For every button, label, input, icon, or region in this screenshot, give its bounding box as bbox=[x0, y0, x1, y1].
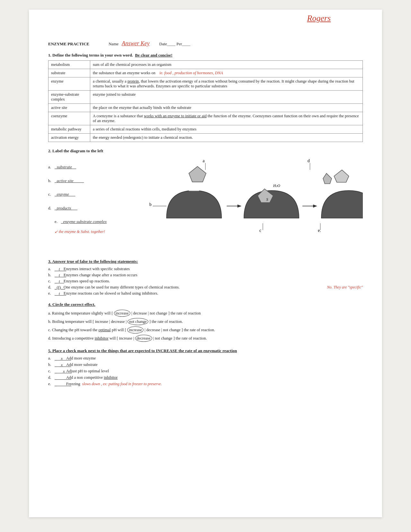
circled-increase-c: increase bbox=[127, 326, 144, 333]
vocab-row-5: coenzymeA coenzyme is a substance that w… bbox=[48, 112, 363, 125]
top-name: Rogers bbox=[307, 13, 331, 23]
enzyme-diagram: a d b c e. bbox=[128, 156, 363, 253]
vocab-term: active site bbox=[48, 104, 90, 112]
tf-item-e: e. __t___ Enzyme reactions can be slowed… bbox=[48, 291, 363, 296]
vocab-definition: the substance that an enzyme works on ie… bbox=[90, 69, 363, 77]
vocab-term: substrate bbox=[48, 69, 90, 77]
section-4: 4. Circle the correct effect. a. Raising… bbox=[48, 302, 363, 342]
svg-text:e.: e. bbox=[318, 228, 321, 233]
diagram-area: a d b c e. bbox=[128, 156, 363, 253]
effect-row-c: c. Changing the pH toward the optimal pH… bbox=[48, 326, 363, 333]
diagram-labels: a. _substrate__ b. _active site_____ c. … bbox=[48, 156, 119, 253]
check-e-note: slows down , ex: putting food in freezer… bbox=[82, 382, 162, 386]
label-e: e. _enzyme substrate complex ↙ the enzym… bbox=[48, 217, 119, 236]
vocab-term: metabolic pathway bbox=[48, 125, 90, 134]
vocab-term: activation energy bbox=[48, 134, 90, 142]
vocab-row-3: enzyme-substrate complexenzyme joined to… bbox=[48, 91, 363, 104]
header: ENZYME PRACTICE Name Answer Key Date____… bbox=[48, 40, 363, 47]
tf-d-note: No. They are "specific" bbox=[327, 285, 363, 290]
section-5: 5. Place a check mark next to the things… bbox=[48, 348, 363, 387]
check-c: c. ____x___ Adjust pH to optimal level bbox=[48, 369, 363, 374]
vocab-definition: the place on the enzyme that actually bi… bbox=[90, 104, 363, 112]
section-5-title: 5. Place a check mark next to the things… bbox=[48, 348, 363, 353]
diagram-section: a. _substrate__ b. _active site_____ c. … bbox=[48, 156, 363, 253]
vocab-row-7: activation energythe energy needed (ende… bbox=[48, 134, 363, 142]
circled-notchange-b: not change bbox=[127, 318, 148, 325]
circled-decrease-d: decrease bbox=[135, 335, 152, 342]
check-e: e. ________ Freezing slows down , ex: pu… bbox=[48, 382, 363, 387]
svg-text:c: c bbox=[259, 228, 261, 233]
check-d: d. ________ Add a non competitive inhibi… bbox=[48, 375, 363, 380]
vocab-row-0: metabolismsum of all the chemical proces… bbox=[48, 61, 363, 69]
date-per: Date____ Per____ bbox=[159, 41, 190, 47]
vocab-term: metabolism bbox=[48, 61, 90, 69]
tf-item-d: d. _(f)__ One enzyme can be used for man… bbox=[48, 285, 363, 290]
circled-increase-a: increase bbox=[114, 310, 130, 317]
vocab-definition: the energy needed (endergonic) to initia… bbox=[90, 134, 363, 142]
label-a: a. _substrate__ bbox=[48, 163, 119, 172]
effect-row-a: a. Raising the temperature slightly will… bbox=[48, 310, 363, 317]
vocab-definition: a series of chemical reactions within ce… bbox=[90, 125, 363, 134]
label-c: c. _enzyme___ bbox=[48, 190, 119, 199]
svg-text:H₂O: H₂O bbox=[273, 184, 280, 188]
vocab-term: enzyme-substrate complex bbox=[48, 91, 90, 104]
section-4-title: 4. Circle the correct effect. bbox=[48, 302, 363, 307]
section-1: 1. Define the following terms in your ow… bbox=[48, 53, 363, 142]
effect-row-d: d. Introducing a competitive inhibitor w… bbox=[48, 335, 363, 342]
effect-row-b: b. Boiling temperature will [ increase |… bbox=[48, 318, 363, 325]
section-2: 2. Label the diagram to the left a. _sub… bbox=[48, 148, 363, 253]
svg-text:a: a bbox=[203, 158, 205, 163]
label-e-note: ↙ the enzyme & Subst. together! bbox=[55, 229, 105, 234]
vocab-row-2: enzymea chemical, usually a protein, tha… bbox=[48, 77, 363, 91]
tf-item-b: b. __t___ Enzymes change shape after a r… bbox=[48, 273, 363, 278]
vocab-row-1: substratethe substance that an enzyme wo… bbox=[48, 69, 363, 77]
vocab-definition: enzyme joined to substrate bbox=[90, 91, 363, 104]
vocab-row-6: metabolic pathwaya series of chemical re… bbox=[48, 125, 363, 134]
vocab-definition: sum of all the chemical processes in an … bbox=[90, 61, 363, 69]
vocab-table: metabolismsum of all the chemical proces… bbox=[48, 60, 363, 142]
check-b: b. ___x____ Add more substrate bbox=[48, 362, 363, 368]
tf-item-a: a. __t___ Enzymes interact with specific… bbox=[48, 267, 363, 272]
label-b: b. _active site_____ bbox=[48, 176, 119, 186]
svg-text:b: b bbox=[149, 202, 152, 207]
vocab-definition: A coenzyme is a substance that works wit… bbox=[90, 112, 363, 125]
svg-marker-16 bbox=[323, 173, 332, 184]
vocab-term: coenzyme bbox=[48, 112, 90, 125]
name-value: Answer Key bbox=[122, 40, 149, 47]
check-a: a. ___x____ Add more enzyme bbox=[48, 356, 363, 361]
svg-marker-10 bbox=[189, 166, 206, 182]
section-3-title: 3. Answer true of false to the following… bbox=[48, 259, 363, 264]
name-label: Name bbox=[109, 41, 118, 47]
vocab-row-4: active sitethe place on the enzyme that … bbox=[48, 104, 363, 112]
worksheet-title: ENZYME PRACTICE bbox=[48, 41, 89, 47]
section-3: 3. Answer true of false to the following… bbox=[48, 259, 363, 296]
label-d: d. _products___ bbox=[48, 204, 119, 213]
section-1-title: 1. Define the following terms in your ow… bbox=[48, 53, 363, 58]
tf-item-c: c. __t__ Enzymes speed up reactions. bbox=[48, 279, 363, 284]
vocab-definition: a chemical, usually a protein, that lowe… bbox=[90, 77, 363, 91]
page: Rogers ENZYME PRACTICE Name Answer Key D… bbox=[29, 10, 382, 517]
section-2-title: 2. Label the diagram to the left bbox=[48, 148, 363, 154]
svg-marker-17 bbox=[334, 170, 349, 182]
svg-text:d: d bbox=[308, 158, 310, 163]
vocab-term: enzyme bbox=[48, 77, 90, 91]
svg-text:S: S bbox=[266, 198, 268, 202]
